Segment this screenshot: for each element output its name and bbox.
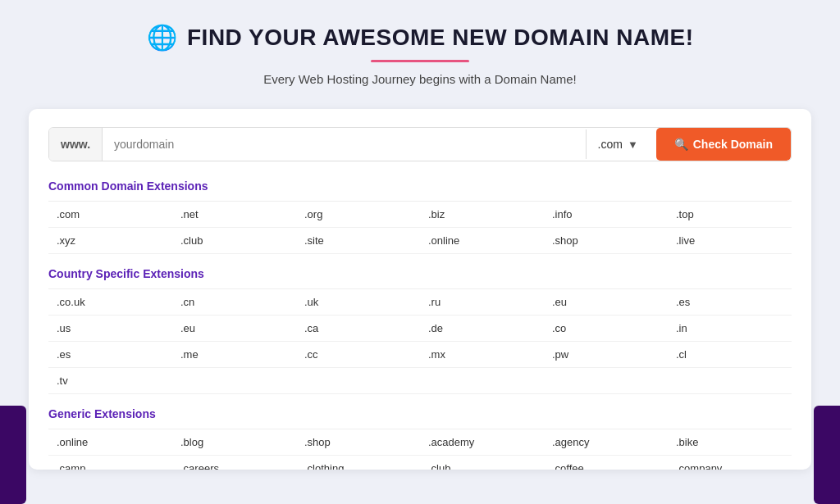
extension-cell[interactable]: .company — [668, 456, 792, 470]
tld-value: .com — [598, 138, 623, 151]
extension-cell[interactable]: .com — [48, 202, 172, 228]
search-icon: 🔍 — [674, 138, 688, 151]
extension-cell[interactable] — [296, 368, 420, 394]
country-extensions-grid: .co.uk.cn.uk.ru.eu.es.us.eu.ca.de.co.in.… — [48, 288, 792, 394]
extension-cell[interactable]: .eu — [172, 316, 296, 342]
extension-cell[interactable]: .net — [172, 202, 296, 228]
extension-cell[interactable]: .uk — [296, 289, 420, 316]
extension-cell[interactable]: .bike — [668, 429, 792, 456]
right-decoration — [814, 406, 840, 504]
extension-cell[interactable]: .clothing — [296, 456, 420, 470]
extension-cell[interactable]: .in — [668, 316, 792, 342]
extension-cell[interactable]: .club — [420, 456, 544, 470]
extension-cell[interactable]: .agency — [544, 429, 668, 456]
extension-cell[interactable]: .top — [668, 202, 792, 228]
extension-cell[interactable] — [668, 368, 792, 394]
extension-cell[interactable]: .academy — [420, 429, 544, 456]
extension-cell[interactable]: .ru — [420, 289, 544, 316]
extension-cell[interactable] — [172, 368, 296, 394]
extension-cell[interactable]: .cn — [172, 289, 296, 316]
extension-cell[interactable]: .online — [48, 429, 172, 456]
extension-cell[interactable]: .online — [420, 228, 544, 254]
extension-cell[interactable]: .me — [172, 342, 296, 368]
extension-cell[interactable]: .org — [296, 202, 420, 228]
extension-cell[interactable]: .shop — [296, 429, 420, 456]
page-wrapper: 🌐 FIND YOUR AWESOME NEW DOMAIN NAME! Eve… — [0, 0, 840, 504]
extension-cell[interactable]: .careers — [172, 456, 296, 470]
extension-cell[interactable]: .coffee — [544, 456, 668, 470]
check-domain-label: Check Domain — [693, 138, 773, 151]
extension-cell[interactable]: .camp — [48, 456, 172, 470]
extension-cell[interactable]: .xyz — [48, 228, 172, 254]
generic-extensions-title: Generic Extensions — [48, 407, 792, 420]
extension-cell[interactable]: .pw — [544, 342, 668, 368]
extension-cell[interactable]: .es — [668, 289, 792, 316]
extension-cell[interactable]: .shop — [544, 228, 668, 254]
extension-cell[interactable]: .eu — [544, 289, 668, 316]
extension-cell[interactable]: .co — [544, 316, 668, 342]
globe-icon: 🌐 — [147, 23, 178, 52]
main-heading: FIND YOUR AWESOME NEW DOMAIN NAME! — [187, 25, 693, 51]
check-domain-button[interactable]: 🔍 Check Domain — [656, 128, 791, 161]
www-prefix: www. — [49, 128, 103, 161]
page-title: 🌐 FIND YOUR AWESOME NEW DOMAIN NAME! — [16, 23, 824, 52]
extension-cell[interactable]: .club — [172, 228, 296, 254]
main-card: www. .com ▼ 🔍 Check Domain Common Domain… — [29, 109, 811, 470]
extension-cell[interactable]: .mx — [420, 342, 544, 368]
extension-cell[interactable]: .co.uk — [48, 289, 172, 316]
header-subtitle: Every Web Hosting Journey begins with a … — [16, 72, 824, 86]
extension-cell[interactable]: .info — [544, 202, 668, 228]
generic-extensions-section: Generic Extensions .online.blog.shop.aca… — [48, 407, 792, 470]
extension-cell[interactable]: .de — [420, 316, 544, 342]
extension-cell[interactable]: .tv — [48, 368, 172, 394]
extension-cell[interactable]: .us — [48, 316, 172, 342]
extension-cell[interactable]: .cl — [668, 342, 792, 368]
generic-extensions-grid: .online.blog.shop.academy.agency.bike.ca… — [48, 429, 792, 470]
header: 🌐 FIND YOUR AWESOME NEW DOMAIN NAME! Eve… — [0, 0, 840, 94]
common-extensions-title: Common Domain Extensions — [48, 179, 792, 193]
domain-input[interactable] — [103, 128, 585, 161]
search-bar: www. .com ▼ 🔍 Check Domain — [48, 127, 792, 161]
extension-cell[interactable]: .blog — [172, 429, 296, 456]
left-decoration — [0, 406, 26, 504]
extension-cell[interactable]: .es — [48, 342, 172, 368]
extension-cell[interactable] — [420, 368, 544, 394]
country-extensions-title: Country Specific Extensions — [48, 267, 792, 280]
extension-cell[interactable]: .biz — [420, 202, 544, 228]
common-extensions-section: Common Domain Extensions .com.net.org.bi… — [48, 179, 792, 254]
extension-cell[interactable]: .site — [296, 228, 420, 254]
extension-cell[interactable] — [544, 368, 668, 394]
extension-cell[interactable]: .ca — [296, 316, 420, 342]
extension-cell[interactable]: .cc — [296, 342, 420, 368]
title-divider — [371, 60, 469, 62]
common-extensions-grid: .com.net.org.biz.info.top.xyz.club.site.… — [48, 201, 792, 254]
chevron-down-icon: ▼ — [628, 138, 638, 151]
country-extensions-section: Country Specific Extensions .co.uk.cn.uk… — [48, 267, 792, 394]
tld-selector[interactable]: .com ▼ — [586, 129, 650, 159]
extension-cell[interactable]: .live — [668, 228, 792, 254]
